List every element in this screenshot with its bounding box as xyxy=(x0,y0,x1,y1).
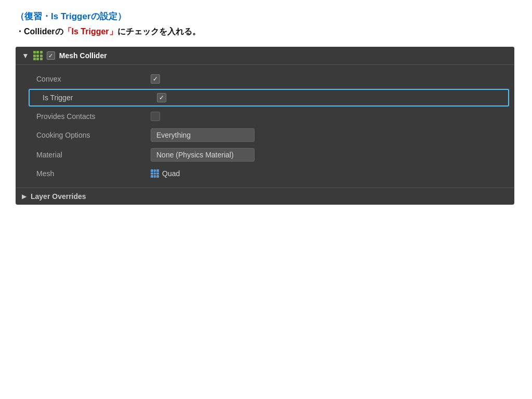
instruction-prefix: ・Colliderの xyxy=(16,27,63,36)
layer-overrides-label: Layer Overrides xyxy=(31,192,86,201)
layer-overrides-arrow-icon: ▶ xyxy=(22,193,26,200)
convex-row: Convex ✓ xyxy=(16,70,514,88)
instruction-suffix: にチェックを入れる。 xyxy=(117,27,201,36)
panel-title: Mesh Collider xyxy=(59,51,107,60)
convex-checkbox[interactable]: ✓ xyxy=(151,74,160,84)
mesh-label: Mesh xyxy=(36,169,151,178)
cooking-options-row: Cooking Options Everything xyxy=(16,125,514,145)
mesh-collider-panel: ▼ ✓ Mesh Collider Convex ✓ Is Trigger ✓ xyxy=(16,47,514,205)
panel-header: ▼ ✓ Mesh Collider xyxy=(16,47,514,65)
is-trigger-checkmark-icon: ✓ xyxy=(159,94,164,101)
material-value: None (Physics Material) xyxy=(151,148,504,162)
grid-icon xyxy=(33,51,43,60)
is-trigger-label: Is Trigger xyxy=(43,94,157,102)
convex-label: Convex xyxy=(36,75,151,83)
convex-value: ✓ xyxy=(151,74,504,84)
cooking-options-value: Everything xyxy=(151,128,504,142)
mesh-name: Quad xyxy=(162,169,180,178)
panel-body: Convex ✓ Is Trigger ✓ Provides Contacts xyxy=(16,65,514,188)
layer-overrides-row[interactable]: ▶ Layer Overrides xyxy=(16,188,514,205)
is-trigger-checkbox[interactable]: ✓ xyxy=(157,93,166,102)
cooking-options-dropdown[interactable]: Everything xyxy=(151,128,255,142)
material-dropdown[interactable]: None (Physics Material) xyxy=(151,148,255,162)
cooking-options-label: Cooking Options xyxy=(36,131,151,139)
mesh-grid-icon xyxy=(151,169,159,178)
provides-contacts-checkbox[interactable] xyxy=(151,112,160,121)
convex-checkmark-icon: ✓ xyxy=(153,75,158,83)
provides-contacts-value xyxy=(151,112,504,121)
top-label: （復習・Is Triggerの設定） xyxy=(16,10,516,22)
collapse-arrow-icon[interactable]: ▼ xyxy=(22,51,29,60)
is-trigger-value: ✓ xyxy=(157,93,503,102)
provides-contacts-label: Provides Contacts xyxy=(36,112,151,121)
panel-enabled-checkbox[interactable]: ✓ xyxy=(47,51,55,60)
instruction-highlight: 「Is Trigger」 xyxy=(63,27,117,36)
mesh-value[interactable]: Quad xyxy=(151,169,180,178)
material-label: Material xyxy=(36,151,151,159)
mesh-row: Mesh Quad xyxy=(16,165,514,182)
is-trigger-row: Is Trigger ✓ xyxy=(29,89,509,107)
mesh-value-container: Quad xyxy=(151,169,504,178)
material-row: Material None (Physics Material) xyxy=(16,145,514,165)
provides-contacts-row: Provides Contacts xyxy=(16,108,514,125)
instruction: ・Colliderの「Is Trigger」にチェックを入れる。 xyxy=(16,26,516,37)
